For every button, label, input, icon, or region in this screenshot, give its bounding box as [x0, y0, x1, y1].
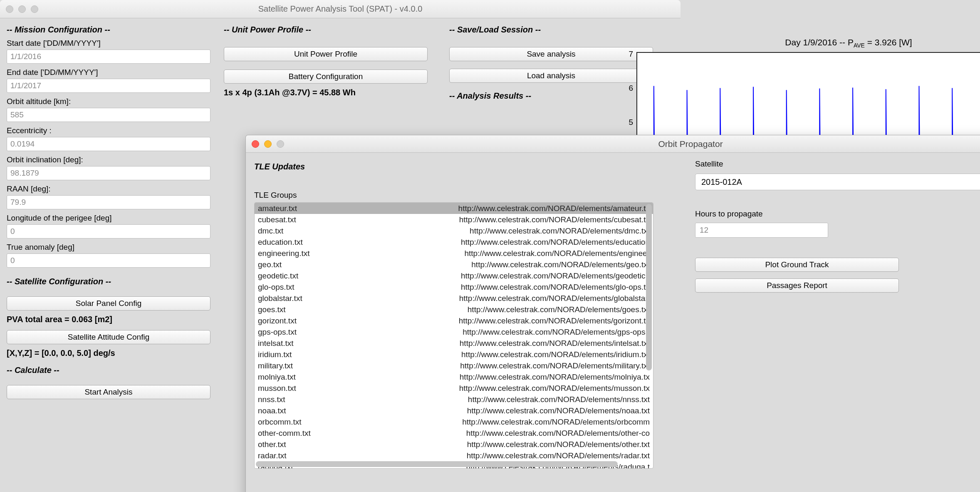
tle-url: http://www.celestrak.com/NORAD/elements/…: [366, 395, 650, 404]
tle-url: http://www.celestrak.com/NORAD/elements/…: [366, 350, 650, 359]
tle-row[interactable]: radar.txthttp://www.celestrak.com/NORAD/…: [255, 450, 653, 461]
tle-row[interactable]: other-comm.txthttp://www.celestrak.com/N…: [255, 427, 653, 439]
tle-url: http://www.celestrak.com/NORAD/elements/…: [366, 406, 650, 415]
tle-url: http://www.celestrak.com/NORAD/elements/…: [366, 316, 650, 326]
dialog-titlebar: Orbit Propagator: [246, 135, 980, 153]
attitude-config-button[interactable]: Satellite Attitude Config: [7, 330, 210, 344]
tle-filename: other.txt: [258, 440, 366, 449]
chart1-title: Day 1/9/2016 -- PAVE = 3.926 [W]: [715, 37, 980, 49]
start-date-label: Start date ['DD/MM/YYYY']: [7, 39, 219, 48]
start-date-input[interactable]: 1/1/2016: [7, 50, 210, 64]
end-date-input[interactable]: 1/1/2017: [7, 79, 210, 93]
tle-row[interactable]: orbcomm.txthttp://www.celestrak.com/NORA…: [255, 416, 653, 427]
tle-row[interactable]: goes.txthttp://www.celestrak.com/NORAD/e…: [255, 304, 653, 315]
anomaly-label: True anomaly [deg]: [7, 243, 219, 252]
tle-url: http://www.celestrak.com/NORAD/elements/…: [366, 294, 650, 303]
tle-url: http://www.celestrak.com/NORAD/elements/…: [366, 384, 650, 393]
tle-filename: military.txt: [258, 361, 366, 370]
dialog-zoom-icon[interactable]: [277, 140, 284, 148]
mission-config-header: -- Mission Configuration --: [7, 25, 219, 35]
tle-filename: gps-ops.txt: [258, 328, 366, 337]
battery-info: 1s x 4p (3.1Ah @3.7V) = 45.88 Wh: [224, 88, 444, 97]
dialog-minimize-icon[interactable]: [264, 140, 272, 148]
main-titlebar: Satellite Power Analysis Tool (SPAT) - v…: [0, 0, 681, 18]
tle-filename: intelsat.txt: [258, 339, 366, 348]
inclination-input[interactable]: 98.1879: [7, 166, 210, 180]
tle-row[interactable]: military.txthttp://www.celestrak.com/NOR…: [255, 360, 653, 371]
tle-filename: education.txt: [258, 238, 366, 247]
scrollbar-horizontal-thumb[interactable]: [256, 461, 618, 467]
tle-row[interactable]: musson.txthttp://www.celestrak.com/NORAD…: [255, 383, 653, 394]
tle-row[interactable]: gorizont.txthttp://www.celestrak.com/NOR…: [255, 315, 653, 326]
tle-url: http://www.celestrak.com/NORAD/elements/…: [366, 429, 650, 438]
tle-row[interactable]: molniya.txthttp://www.celestrak.com/NORA…: [255, 371, 653, 383]
tle-filename: goes.txt: [258, 305, 366, 314]
tle-filename: amateur.txt: [258, 204, 366, 213]
tle-row[interactable]: other.txthttp://www.celestrak.com/NORAD/…: [255, 439, 653, 450]
end-date-label: End date ['DD/MM/YYYY']: [7, 68, 219, 77]
close-icon[interactable]: [6, 5, 13, 13]
load-analysis-button[interactable]: Load analysis: [449, 69, 653, 83]
tle-filename: musson.txt: [258, 384, 366, 393]
hours-input[interactable]: 12: [695, 223, 828, 238]
sat-config-header: -- Satellite Configuration --: [7, 277, 219, 286]
tle-row[interactable]: glo-ops.txthttp://www.celestrak.com/NORA…: [255, 281, 653, 293]
traffic-lights: [6, 5, 38, 13]
eccentricity-label: Eccentricity :: [7, 126, 219, 135]
satellite-value: 2015-012A: [701, 177, 742, 187]
minimize-icon[interactable]: [18, 5, 26, 13]
raan-input[interactable]: 79.9: [7, 195, 210, 209]
calculate-header: -- Calculate --: [7, 365, 219, 375]
tle-filename: glo-ops.txt: [258, 283, 366, 292]
pva-info: PVA total area = 0.063 [m2]: [7, 315, 219, 324]
tle-row[interactable]: geo.txthttp://www.celestrak.com/NORAD/el…: [255, 259, 653, 270]
tle-row[interactable]: iridium.txthttp://www.celestrak.com/NORA…: [255, 349, 653, 360]
tle-groups-list[interactable]: amateur.txthttp://www.celestrak.com/NORA…: [254, 202, 653, 469]
anomaly-input[interactable]: 0: [7, 253, 210, 268]
tle-row[interactable]: nnss.txthttp://www.celestrak.com/NORAD/e…: [255, 394, 653, 405]
tle-filename: geo.txt: [258, 260, 366, 269]
unit-power-profile-button[interactable]: Unit Power Profile: [224, 47, 428, 61]
tle-url: http://www.celestrak.com/NORAD/elements/…: [366, 249, 650, 258]
orbit-propagator-dialog: Orbit Propagator TLE Updates TLE Groups …: [245, 135, 980, 492]
tle-filename: dmc.txt: [258, 226, 366, 236]
battery-config-button[interactable]: Battery Configuration: [224, 70, 428, 84]
tle-row[interactable]: gps-ops.txthttp://www.celestrak.com/NORA…: [255, 326, 653, 338]
passages-report-button[interactable]: Passages Report: [695, 278, 899, 293]
tle-url: http://www.celestrak.com/NORAD/elements/…: [366, 204, 650, 213]
tle-row[interactable]: noaa.txthttp://www.celestrak.com/NORAD/e…: [255, 405, 653, 416]
tle-row[interactable]: amateur.txthttp://www.celestrak.com/NORA…: [255, 203, 653, 214]
tle-row[interactable]: education.txthttp://www.celestrak.com/NO…: [255, 236, 653, 248]
tle-url: http://www.celestrak.com/NORAD/elements/…: [366, 215, 650, 224]
tle-row[interactable]: cubesat.txthttp://www.celestrak.com/NORA…: [255, 214, 653, 225]
dialog-close-icon[interactable]: [252, 140, 259, 148]
tle-url: http://www.celestrak.com/NORAD/elements/…: [366, 260, 650, 269]
plot-ground-track-button[interactable]: Plot Ground Track: [695, 258, 899, 272]
satellite-select[interactable]: 2015-012A ▲▼: [695, 174, 980, 190]
xyz-info: [X,Y,Z] = [0.0, 0.0, 5.0] deg/s: [7, 348, 219, 358]
tle-url: http://www.celestrak.com/NORAD/elements/…: [366, 361, 650, 370]
perigee-input[interactable]: 0: [7, 224, 210, 239]
tle-url: http://www.celestrak.com/NORAD/elements/…: [366, 305, 650, 314]
start-analysis-button[interactable]: Start Analysis: [7, 385, 210, 399]
unit-power-header: -- Unit Power Profile --: [224, 25, 444, 35]
tle-groups-label: TLE Groups: [254, 191, 670, 200]
solar-panel-config-button[interactable]: Solar Panel Config: [7, 296, 210, 311]
tle-row[interactable]: dmc.txthttp://www.celestrak.com/NORAD/el…: [255, 225, 653, 236]
tle-filename: globalstar.txt: [258, 294, 366, 303]
tle-url: http://www.celestrak.com/NORAD/elements/…: [366, 417, 650, 427]
tle-row[interactable]: globalstar.txthttp://www.celestrak.com/N…: [255, 293, 653, 304]
raan-label: RAAN [deg]:: [7, 184, 219, 194]
tle-url: http://www.celestrak.com/NORAD/elements/…: [366, 238, 650, 247]
zoom-icon[interactable]: [31, 5, 38, 13]
tle-filename: engineering.txt: [258, 249, 366, 258]
tle-row[interactable]: engineering.txthttp://www.celestrak.com/…: [255, 248, 653, 259]
tle-url: http://www.celestrak.com/NORAD/elements/…: [366, 440, 650, 449]
scrollbar-vertical-thumb[interactable]: [646, 204, 652, 370]
altitude-input[interactable]: 585: [7, 108, 210, 122]
chart1-ytick: 5: [554, 118, 633, 127]
tle-row[interactable]: intelsat.txthttp://www.celestrak.com/NOR…: [255, 338, 653, 349]
eccentricity-input[interactable]: 0.0194: [7, 137, 210, 151]
tle-row[interactable]: geodetic.txthttp://www.celestrak.com/NOR…: [255, 270, 653, 281]
tle-filename: molniya.txt: [258, 373, 366, 382]
